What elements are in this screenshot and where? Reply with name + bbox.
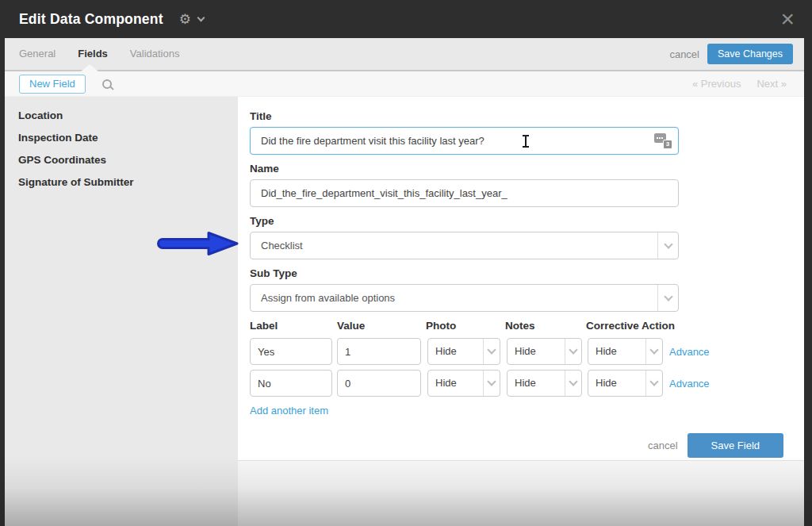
chevron-down-icon (483, 371, 500, 396)
option-value-input[interactable] (337, 370, 421, 397)
chevron-down-icon (565, 339, 581, 364)
title-label: Title (250, 110, 804, 122)
name-input[interactable] (250, 179, 679, 207)
fields-content: Location Inspection Date GPS Coordinates… (5, 97, 804, 526)
type-label: Type (250, 215, 804, 227)
corrective-action-column-header: Corrective Action (586, 320, 661, 332)
notes-select[interactable]: Hide (507, 370, 582, 397)
option-label-input[interactable] (250, 370, 332, 397)
chevron-down-icon (565, 371, 581, 396)
option-label-input[interactable] (250, 338, 332, 365)
cancel-field-link[interactable]: cancel (648, 440, 678, 451)
type-select[interactable]: Checklist (250, 232, 679, 259)
tab-validations[interactable]: Validations (119, 38, 191, 70)
previous-button[interactable]: « Previous (692, 78, 741, 90)
sidebar-item-location[interactable]: Location (5, 105, 238, 127)
field-editor: Title 3 Name Type C (238, 97, 804, 526)
sidebar-item-gps-coordinates[interactable]: GPS Coordinates (5, 149, 238, 171)
dialog-body: General Fields Validations cancel Save C… (5, 38, 804, 526)
chevron-down-icon[interactable] (197, 13, 205, 21)
value-column-header: Value (337, 320, 426, 332)
sidebar-item-signature-of-submitter[interactable]: Signature of Submitter (5, 171, 238, 194)
chevron-down-icon (645, 339, 662, 364)
dialog-title: Edit Data Component (19, 11, 163, 28)
fields-toolbar: New Field « Previous Next » (5, 71, 804, 97)
add-another-item-link[interactable]: Add another item (250, 405, 328, 417)
dialog-header: Edit Data Component ⚙ × (0, 0, 812, 38)
sidebar-item-inspection-date[interactable]: Inspection Date (5, 127, 238, 149)
advance-link[interactable]: Advance (669, 378, 710, 390)
gear-icon[interactable]: ⚙ (179, 13, 191, 26)
chevron-down-icon (657, 232, 678, 259)
photo-select[interactable]: Hide (427, 370, 500, 397)
advance-link[interactable]: Advance (669, 346, 710, 358)
type-select-value: Checklist (251, 232, 678, 259)
editor-footer-strip (238, 460, 804, 526)
option-row-yes: Hide Hide Hide Advance (250, 338, 804, 365)
save-changes-button[interactable]: Save Changes (707, 44, 793, 64)
chevron-down-icon (645, 371, 662, 396)
edit-data-component-dialog: Edit Data Component ⚙ × General Fields V… (0, 0, 812, 526)
close-icon[interactable]: × (780, 7, 795, 31)
save-field-button[interactable]: Save Field (688, 433, 783, 458)
label-column-header: Label (250, 320, 337, 332)
cancel-link[interactable]: cancel (669, 48, 699, 60)
search-icon[interactable] (102, 79, 112, 89)
subtype-select[interactable]: Assign from available options (250, 284, 679, 312)
active-tab-caret (81, 64, 98, 71)
option-value-input[interactable] (337, 338, 421, 365)
field-editor-footer: cancel Save Field (250, 433, 783, 458)
tab-bar: General Fields Validations cancel Save C… (5, 38, 804, 71)
field-list-sidebar: Location Inspection Date GPS Coordinates… (5, 97, 238, 526)
title-input[interactable] (250, 127, 679, 155)
translate-icon[interactable]: 3 (654, 133, 672, 149)
chevron-down-icon (657, 285, 678, 311)
chevron-down-icon (483, 339, 500, 364)
subtype-label: Sub Type (250, 267, 804, 279)
photo-column-header: Photo (426, 320, 505, 332)
photo-select[interactable]: Hide (427, 338, 500, 365)
translate-count-badge: 3 (663, 140, 672, 149)
corrective-action-select[interactable]: Hide (588, 338, 663, 365)
tab-general[interactable]: General (8, 38, 67, 70)
corrective-action-select[interactable]: Hide (588, 370, 663, 397)
notes-column-header: Notes (505, 320, 586, 332)
name-label: Name (250, 163, 804, 175)
next-button[interactable]: Next » (756, 78, 787, 90)
option-row-no: Hide Hide Hide Advance (250, 370, 804, 397)
new-field-button[interactable]: New Field (19, 75, 86, 94)
notes-select[interactable]: Hide (507, 338, 582, 365)
subtype-select-value: Assign from available options (251, 285, 678, 311)
options-table-header: Label Value Photo Notes Corrective Actio… (250, 320, 804, 332)
